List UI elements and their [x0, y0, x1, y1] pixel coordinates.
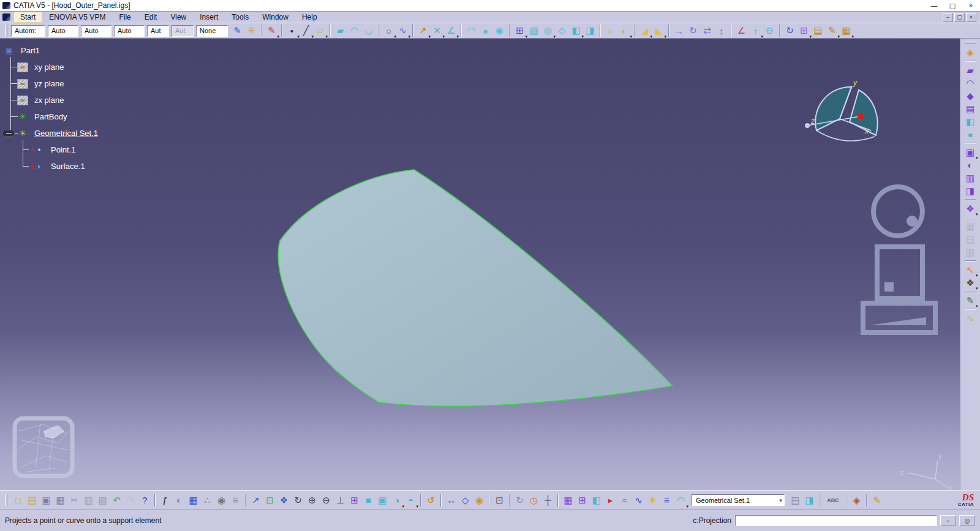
multi-view-icon[interactable]: ⊞: [347, 494, 361, 507]
tree-item-part1[interactable]: ▣ Part1: [4, 42, 153, 59]
tree-item-partbody[interactable]: ✳ PartBody: [17, 108, 153, 125]
create-datum-icon[interactable]: ◠: [674, 494, 688, 507]
new-icon[interactable]: □: [11, 494, 25, 507]
workbench-gsd-icon[interactable]: ◈: [963, 46, 978, 59]
toolbar-grip[interactable]: [5, 25, 7, 37]
fill-color-dropdown[interactable]: Autom:: [11, 25, 45, 37]
undo-icon[interactable]: ↶: [110, 494, 124, 507]
instantiate-from-document-icon[interactable]: ▤: [811, 24, 825, 37]
menu-insert[interactable]: Insert: [193, 12, 225, 23]
volume-revolve-icon[interactable]: ◠: [963, 77, 978, 89]
thickness-icon[interactable]: ▣: [963, 146, 978, 159]
preview-thumbnail[interactable]: [15, 418, 72, 476]
tree-item-label[interactable]: Part1: [19, 46, 42, 55]
sew-surface-icon[interactable]: ▥: [963, 171, 978, 184]
extrapolate-icon[interactable]: ↑: [748, 24, 763, 37]
menu-file[interactable]: File: [112, 12, 137, 23]
circle-icon[interactable]: ○: [382, 24, 396, 37]
command-input[interactable]: [735, 515, 937, 526]
tree-item-icon[interactable]: ▣: [4, 46, 15, 56]
menu-window[interactable]: Window: [255, 12, 295, 23]
blend-icon[interactable]: ◉: [492, 24, 507, 37]
select-icon[interactable]: ↖: [963, 263, 978, 276]
boundary-icon[interactable]: ○: [603, 24, 617, 37]
thickness-dropdown[interactable]: Auto: [114, 25, 145, 37]
lock-icon[interactable]: ◉: [214, 494, 228, 507]
tree-item-label[interactable]: PartBody: [32, 112, 69, 121]
insert-mode-icon[interactable]: ✳: [646, 494, 660, 507]
rotate-view-icon[interactable]: ↻: [291, 494, 305, 507]
knowledge-assistant-button[interactable]: ◎: [959, 515, 975, 526]
tree-item-geometrical-set-1[interactable]: ✳ Geometrical Set.1: [17, 125, 153, 141]
normal-view-icon[interactable]: ⊥: [333, 494, 347, 507]
sketch-tracer-icon[interactable]: ✎: [963, 294, 978, 307]
offset-icon[interactable]: ◡: [361, 24, 375, 37]
symmetry-icon[interactable]: ⇄: [700, 24, 714, 37]
rules-icon[interactable]: ≡: [228, 494, 243, 507]
menu-start[interactable]: Start: [13, 12, 42, 23]
stacking-icon[interactable]: ≡: [660, 494, 674, 507]
work-support-3d-icon[interactable]: ◧: [589, 494, 603, 507]
toolbar-grip[interactable]: [965, 42, 976, 44]
volume-sweep-icon[interactable]: ◆: [963, 89, 978, 102]
revolve-icon[interactable]: ◠: [347, 24, 361, 37]
turn-head-icon[interactable]: ↺: [424, 494, 438, 507]
scale-planes-icon[interactable]: ▤: [788, 494, 802, 507]
tree-item-label[interactable]: yz plane: [32, 79, 66, 88]
formula-icon[interactable]: ƒ: [158, 494, 172, 507]
capture-icon[interactable]: ⊡: [492, 494, 507, 507]
copy-icon[interactable]: ▥: [81, 494, 96, 507]
split-icon[interactable]: ◧: [569, 24, 583, 37]
menu-enovia[interactable]: ENOVIA V5 VPM: [42, 12, 112, 23]
sketcher-icon[interactable]: ✎: [265, 24, 279, 37]
update-icon[interactable]: ↻: [513, 494, 527, 507]
close-button[interactable]: ×: [962, 0, 980, 11]
measure-item-icon[interactable]: ◇: [458, 494, 472, 507]
plane-icon[interactable]: ▱: [313, 24, 327, 37]
axis-system-icon[interactable]: ┼: [541, 494, 555, 507]
compass-free-rotation-handle[interactable]: [858, 113, 863, 119]
minimize-button[interactable]: —: [925, 0, 943, 11]
tree-item-icon[interactable]: ▰: [17, 96, 28, 105]
tree-item-icon[interactable]: ◗: [34, 162, 45, 171]
zoom-in-icon[interactable]: ⊕: [305, 494, 319, 507]
tree-item-surface-1[interactable]: ϟ ◗ Surface.1: [29, 158, 153, 175]
close-surface-icon[interactable]: ◐: [963, 159, 978, 171]
thick-surface-icon[interactable]: ◧: [963, 115, 978, 128]
viewport-3d[interactable]: y z x: [0, 39, 980, 490]
scaling-icon[interactable]: ↕: [714, 24, 728, 37]
fit-all-icon[interactable]: ⊡: [263, 494, 277, 507]
extract-icon[interactable]: ◐: [617, 24, 631, 37]
sweep-icon[interactable]: ◠: [464, 24, 478, 37]
pan-icon[interactable]: ❖: [277, 494, 291, 507]
mass-properties-icon[interactable]: ◉: [472, 494, 486, 507]
catalog-browser-icon[interactable]: ▦: [839, 24, 853, 37]
tree-item-label[interactable]: Point.1: [49, 145, 77, 154]
porcupine-analysis-icon[interactable]: ∿: [963, 312, 978, 325]
hide-show-icon[interactable]: ◓: [404, 494, 418, 507]
axis-to-axis-icon[interactable]: ∠: [734, 24, 748, 37]
restore-button[interactable]: ▢: [943, 0, 962, 11]
tree-item-icon[interactable]: ✳: [17, 129, 28, 138]
trim-icon[interactable]: ◨: [583, 24, 597, 37]
tree-item-icon[interactable]: ▰: [17, 62, 28, 72]
work-on-support-icon[interactable]: ▦: [561, 494, 575, 507]
fill-icon[interactable]: ●: [478, 24, 492, 37]
tree-item-yz-plane[interactable]: ▰ yz plane: [17, 75, 153, 92]
powercopy-instantiate-icon[interactable]: ✎: [870, 494, 884, 507]
tree-item-icon[interactable]: ▰: [17, 79, 28, 89]
split-solid-icon[interactable]: ◨: [963, 184, 978, 197]
tree-item-point-1[interactable]: ϟ • Point.1: [29, 141, 153, 158]
toolbar-grip[interactable]: [5, 494, 7, 506]
spline-icon[interactable]: ∿: [396, 24, 410, 37]
rotate-transform-icon[interactable]: ↻: [686, 24, 700, 37]
line-icon[interactable]: ╱: [299, 24, 313, 37]
object-repetition-icon[interactable]: ↻: [783, 24, 797, 37]
extrude-icon[interactable]: ▰: [333, 24, 347, 37]
mdi-minimize-button[interactable]: –: [943, 13, 953, 22]
measure-between-icon[interactable]: ↔: [444, 494, 458, 507]
tree-item-icon[interactable]: •: [34, 145, 45, 155]
pattern-icon[interactable]: ⊞: [797, 24, 811, 37]
tree-item-zx-plane[interactable]: ▰ zx plane: [17, 92, 153, 108]
mdi-restore-button[interactable]: ▢: [954, 13, 965, 22]
